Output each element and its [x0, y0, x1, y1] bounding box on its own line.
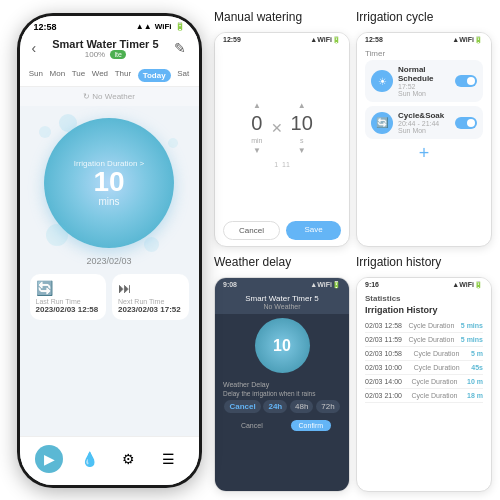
- circle-unit: mins: [98, 196, 119, 207]
- ih-dur-3: 45s: [471, 364, 483, 371]
- mw-cancel-btn[interactable]: Cancel: [223, 221, 280, 240]
- ic-schedule2-days: Sun Mon: [398, 127, 450, 134]
- ic-status-bar: 12:58 ▲WiFi🔋: [357, 33, 491, 45]
- day-thur[interactable]: Thur: [115, 69, 131, 82]
- wd-opt-cancel[interactable]: Cancel: [224, 400, 260, 413]
- min-up-arrow[interactable]: ▲: [253, 101, 261, 110]
- ih-date-2: 02/03 10:58: [365, 350, 402, 357]
- min-value: 0: [251, 112, 262, 135]
- wd-options: Weather Delay Delay the irrigation when …: [215, 377, 349, 417]
- day-wed[interactable]: Wed: [92, 69, 108, 82]
- ic-schedule1-info: Normal Schedule 17:52 Sun Mon: [398, 65, 450, 97]
- ih-stats-label: Statistics: [365, 294, 483, 303]
- phone-subtitle: 100% lte: [52, 50, 158, 59]
- ic-schedule2-info: Cycle&Soak 20:44 - 21:44 Sun Mon: [398, 111, 450, 134]
- sec-down-arrow[interactable]: ▼: [298, 146, 306, 155]
- mw-icons: ▲WiFi🔋: [310, 36, 341, 44]
- phone-status-bar: 12:58 ▲▲ WiFi 🔋: [20, 16, 199, 34]
- settings-icon[interactable]: ⚙: [115, 445, 143, 473]
- wd-time: 9:08: [223, 281, 237, 289]
- ic-schedule-1[interactable]: ☀ Normal Schedule 17:52 Sun Mon: [365, 60, 483, 102]
- signal-icon: ▲▲: [136, 22, 152, 31]
- day-sun[interactable]: Sun: [29, 69, 43, 82]
- ic-schedule2-toggle[interactable]: [455, 117, 477, 129]
- sec-label: s: [300, 137, 304, 144]
- next-run-card: ⏭ Next Run Time 2023/02/03 17:52: [112, 274, 189, 320]
- ic-add-button[interactable]: +: [365, 143, 483, 164]
- wd-btn-row: Cancel Confirm: [215, 417, 349, 434]
- ih-icons: ▲WiFi🔋: [452, 281, 483, 289]
- wd-confirm-btn[interactable]: Confirm: [291, 420, 332, 431]
- ic-schedule-2[interactable]: 🔄 Cycle&Soak 20:44 - 21:44 Sun Mon: [365, 106, 483, 139]
- phone-bottom-bar: ▶ 💧 ⚙ ☰: [20, 436, 199, 485]
- next-run-value: 2023/02/03 17:52: [118, 305, 183, 314]
- wd-opt-24h[interactable]: 24h: [263, 400, 287, 413]
- wd-opt-72h[interactable]: 72h: [316, 400, 339, 413]
- day-tue[interactable]: Tue: [72, 69, 86, 82]
- edit-icon[interactable]: ✎: [174, 40, 186, 56]
- ih-date-1: 02/03 11:59: [365, 336, 402, 343]
- ih-row-5: 02/03 21:00 Cycle Duration 18 m: [365, 389, 483, 403]
- day-sat[interactable]: Sat: [177, 69, 189, 82]
- wd-header: Smart Water Timer 5 No Weather: [215, 290, 349, 314]
- wd-cancel-btn[interactable]: Cancel: [233, 420, 271, 431]
- wd-opt-48h[interactable]: 48h: [290, 400, 313, 413]
- ic-schedule1-icon: ☀: [371, 70, 393, 92]
- day-selector: Sun Mon Tue Wed Thur Today Sat: [20, 65, 199, 87]
- drop-icon[interactable]: 💧: [75, 445, 103, 473]
- mw-status-bar: 12:59 ▲WiFi🔋: [215, 33, 349, 45]
- ic-schedule1-toggle[interactable]: [455, 75, 477, 87]
- ic-schedule2-time: 20:44 - 21:44: [398, 120, 450, 127]
- ih-row-2: 02/03 10:58 Cycle Duration 5 m: [365, 347, 483, 361]
- picker-hint: 1 11: [274, 161, 290, 168]
- mw-btn-row: Cancel Save: [215, 217, 349, 246]
- last-run-label: Last Run Time: [36, 298, 101, 305]
- phone-header-center: Smart Water Timer 5 100% lte: [52, 38, 158, 59]
- irrigation-circle-container[interactable]: Irrigation Duration > 10 mins: [44, 118, 174, 248]
- min-label: min: [251, 137, 262, 144]
- ih-dur-4: 10 m: [467, 378, 483, 385]
- last-run-value: 2023/02/03 12:58: [36, 305, 101, 314]
- mw-save-btn[interactable]: Save: [286, 221, 341, 240]
- lte-badge: lte: [110, 50, 125, 59]
- ih-row-1: 02/03 11:59 Cycle Duration 5 mins: [365, 333, 483, 347]
- status-icons: ▲▲ WiFi 🔋: [136, 22, 185, 31]
- menu-icon[interactable]: ☰: [155, 445, 183, 473]
- min-down-arrow[interactable]: ▼: [253, 146, 261, 155]
- seconds-col: ▲ 10 s ▼: [291, 101, 313, 155]
- bubble-3: [46, 224, 68, 246]
- phone-main: Irrigation Duration > 10 mins 2023/02/03…: [20, 106, 199, 436]
- wd-subtitle: No Weather: [223, 303, 341, 310]
- irrigation-cycle-frame: 12:58 ▲WiFi🔋 Timer ☀ Normal Schedule 17:…: [356, 32, 492, 247]
- phone-header: ‹ Smart Water Timer 5 100% lte ✎: [20, 34, 199, 65]
- ih-date-5: 02/03 21:00: [365, 392, 402, 399]
- ih-cycle-4: Cycle Duration: [412, 378, 458, 385]
- weather-icon: ↻: [83, 92, 92, 101]
- ih-status-bar: 9:16 ▲WiFi🔋: [357, 278, 491, 290]
- ih-dur-2: 5 m: [471, 350, 483, 357]
- ih-row-0: 02/03 12:58 Cycle Duration 5 mins: [365, 319, 483, 333]
- ic-schedule1-title: Normal Schedule: [398, 65, 450, 83]
- ih-row-3: 02/03 10:00 Cycle Duration 45s: [365, 361, 483, 375]
- back-icon[interactable]: ‹: [32, 40, 37, 56]
- ic-schedule2-icon: 🔄: [371, 112, 393, 134]
- ih-cycle-1: Cycle Duration: [408, 336, 454, 343]
- sec-up-arrow[interactable]: ▲: [298, 101, 306, 110]
- ih-cycle-5: Cycle Duration: [412, 392, 458, 399]
- time-picker: ▲ 0 min ▼ ✕ ▲ 10 s ▼: [251, 101, 313, 155]
- ic-schedule1-days: Sun Mon: [398, 90, 450, 97]
- wd-delay-label: Weather Delay: [223, 381, 341, 388]
- play-button[interactable]: ▶: [35, 445, 63, 473]
- phone-mockup: 12:58 ▲▲ WiFi 🔋 ‹ Smart Water Timer 5 10…: [17, 13, 202, 488]
- day-today[interactable]: Today: [138, 69, 171, 82]
- info-cards: 🔄 Last Run Time 2023/02/03 12:58 ⏭ Next …: [30, 274, 189, 320]
- ih-time: 9:16: [365, 281, 379, 289]
- phone-screen: 12:58 ▲▲ WiFi 🔋 ‹ Smart Water Timer 5 10…: [20, 16, 199, 485]
- day-mon[interactable]: Mon: [50, 69, 66, 82]
- bubble-5: [168, 138, 178, 148]
- manual-watering-frame: 12:59 ▲WiFi🔋 ▲ 0 min ▼ ✕ ▲ 10 s: [214, 32, 350, 247]
- bubble-2: [39, 126, 51, 138]
- bubble-1: [59, 114, 77, 132]
- date-display: 2023/02/03: [86, 256, 131, 266]
- phone-section: 12:58 ▲▲ WiFi 🔋 ‹ Smart Water Timer 5 10…: [0, 0, 210, 500]
